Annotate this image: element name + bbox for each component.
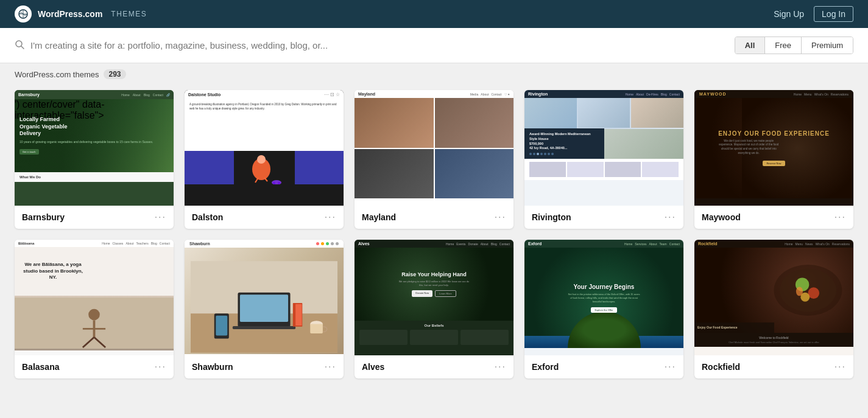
dalston-nav: Dalstone Studio ⋯ ⊡ ☆ (185, 90, 344, 99)
exford-menu-icon[interactable]: ··· (665, 361, 676, 372)
search-input-wrap (15, 40, 725, 52)
shawburn-name: Shawburn (192, 362, 233, 372)
themes-label: THEMES (111, 10, 147, 18)
login-button[interactable]: Log In (814, 6, 853, 22)
maywood-hero: Enjoy Our Food Experience We don't just … (694, 98, 853, 198)
filter-group: All Free Premium (735, 37, 853, 54)
rockfield-welcome: Welcome to Rockfield (699, 336, 849, 340)
theme-card-barnsbury[interactable]: Barnsbury Home About Blog Contact 🔗 ') c… (15, 90, 174, 229)
themes-count-bar: WordPress.com themes 293 (0, 63, 868, 85)
svg-line-2 (21, 46, 24, 49)
maywood-hero-text: Enjoy Our Food Experience We don't just … (706, 130, 842, 167)
rockfield-hero: Enjoy Our Food Experience (694, 248, 853, 333)
alves-beliefs-label: Our Beliefs (359, 324, 509, 327)
svg-rect-27 (310, 324, 323, 333)
themes-grid: Barnsbury Home About Blog Contact 🔗 ') c… (0, 85, 868, 393)
dalston-bottom (185, 151, 344, 184)
shawburn-menu-icon[interactable]: ··· (325, 361, 336, 372)
rivington-menu-icon[interactable]: ··· (665, 212, 676, 223)
svg-rect-21 (233, 326, 295, 329)
theme-card-shawburn[interactable]: Shawburn (185, 240, 344, 378)
balasana-menu-icon[interactable]: ··· (155, 361, 166, 372)
svg-point-9 (273, 182, 275, 184)
barnsbury-sub: 10 years of growing organic vegetables a… (19, 140, 153, 144)
barnsbury-menu-icon[interactable]: ··· (155, 212, 166, 223)
svg-point-34 (796, 287, 803, 296)
shawburn-icon-3 (326, 242, 329, 245)
maywood-headline: Enjoy Our Food Experience (718, 130, 830, 137)
search-icon (15, 40, 24, 52)
exford-description: Set foot in the pristine wilderness of t… (568, 293, 641, 304)
rivington-hero: Award-Winning Modern Mediterranean Style… (524, 98, 683, 159)
rockfield-nav: Rockfield Home Menu News What's On Reser… (694, 240, 853, 248)
alves-headline: Raise Your Helping Hand (401, 271, 467, 277)
theme-card-maywood[interactable]: MAYWOOD Home Menu What's On Reservations… (694, 90, 853, 229)
maywood-nav: MAYWOOD Home Menu What's On Reservations (694, 90, 853, 98)
shawburn-nav: Shawburn (185, 240, 344, 248)
alves-name: Alves (362, 362, 384, 372)
theme-preview-alves: Alves Home Events Donate About Blog Cont… (355, 240, 513, 355)
rivington-name: Rivington (532, 212, 571, 222)
svg-rect-25 (216, 316, 227, 336)
theme-card-dalston[interactable]: Dalstone Studio ⋯ ⊡ ☆ A ground-breaking … (185, 90, 344, 229)
wordpress-logo (15, 5, 32, 23)
exford-headline: Your Journey Begins (574, 284, 635, 290)
rockfield-name: Rockfield (702, 362, 740, 372)
theme-preview-dalston: Dalstone Studio ⋯ ⊡ ☆ A ground-breaking … (185, 90, 344, 206)
dalston-menu-icon[interactable]: ··· (325, 212, 336, 223)
theme-card-balasana[interactable]: Bālāsana Home Classes About Teachers Blo… (15, 240, 174, 378)
header: WordPress.com THEMES Sign Up Log In (0, 0, 868, 28)
svg-point-30 (780, 269, 836, 312)
barnsbury-hero: ') center/cover" data-interactable="fals… (15, 99, 174, 172)
svg-rect-20 (240, 294, 288, 322)
mayland-menu-icon[interactable]: ··· (495, 212, 506, 223)
alves-nav: Alves Home Events Donate About Blog Cont… (355, 240, 513, 248)
mayland-footer: Mayland ··· (355, 206, 513, 229)
barnsbury-text: Locally Farmed Organic Vegetable Deliver… (19, 116, 153, 155)
rivington-nav: Rivington Home About De-Hires Blog Conta… (524, 90, 683, 98)
filter-premium-button[interactable]: Premium (802, 37, 853, 54)
theme-card-mayland[interactable]: Mayland Media About Contact ♡ ✦ Mayland … (355, 90, 513, 229)
theme-card-alves[interactable]: Alves Home Events Donate About Blog Cont… (355, 240, 513, 378)
alves-bottom: Our Beliefs (355, 321, 513, 348)
maywood-menu-icon[interactable]: ··· (834, 212, 846, 223)
shawburn-hero (185, 248, 344, 354)
signup-link[interactable]: Sign Up (774, 9, 804, 19)
rockfield-menu-icon[interactable]: ··· (834, 361, 846, 372)
rockfield-bottom: Welcome to Rockfield Chef Michale must f… (694, 333, 853, 347)
shawburn-icon-4 (331, 242, 334, 245)
balasana-footer: Balasana ··· (15, 355, 174, 378)
shawburn-icon-1 (316, 242, 319, 245)
theme-preview-barnsbury: Barnsbury Home About Blog Contact 🔗 ') c… (15, 90, 174, 206)
shawburn-icon-5 (336, 242, 339, 245)
brand-text: WordPress.com (38, 9, 102, 19)
theme-card-rivington[interactable]: Rivington Home About De-Hires Blog Conta… (524, 90, 683, 229)
alves-btns: Donate Now Learn More (412, 290, 456, 297)
maywood-name: Maywood (702, 212, 741, 222)
filter-free-button[interactable]: Free (765, 37, 802, 54)
balasana-headline: We are Bālāsana, a yoga studio based in … (19, 262, 86, 280)
alves-menu-icon[interactable]: ··· (495, 361, 506, 372)
barnsbury-bottom: What We Do (15, 172, 174, 182)
theme-card-exford[interactable]: Exford Home Services About Team Contact … (524, 240, 683, 378)
mayland-photo-grid (355, 98, 513, 198)
theme-preview-mayland: Mayland Media About Contact ♡ ✦ (355, 90, 513, 206)
themes-count-label: WordPress.com themes (15, 70, 99, 79)
svg-point-12 (88, 309, 100, 321)
svg-rect-23 (295, 304, 302, 326)
barnsbury-nav-links: Home About Blog Contact 🔗 (121, 93, 170, 97)
themes-count-badge: 293 (104, 69, 125, 79)
exford-name: Exford (532, 362, 559, 372)
theme-card-rockfield[interactable]: Rockfield Home Menu News What's On Reser… (694, 240, 853, 378)
mayland-nav: Mayland Media About Contact ♡ ✦ (355, 90, 513, 98)
header-brand-group: WordPress.com THEMES (15, 5, 147, 23)
balasana-photo (15, 296, 174, 350)
filter-all-button[interactable]: All (735, 37, 766, 54)
exford-footer: Exford ··· (524, 355, 683, 378)
search-input[interactable] (30, 40, 725, 51)
rockfield-overlay: Enjoy Our Food Experience (694, 322, 774, 333)
barnsbury-logo: Barnsbury (18, 92, 40, 97)
exford-hero: Your Journey Begins Set foot in the pris… (524, 248, 683, 348)
barnsbury-name: Barnsbury (22, 212, 65, 222)
balasana-hero: We are Bālāsana, a yoga studio based in … (15, 247, 174, 296)
